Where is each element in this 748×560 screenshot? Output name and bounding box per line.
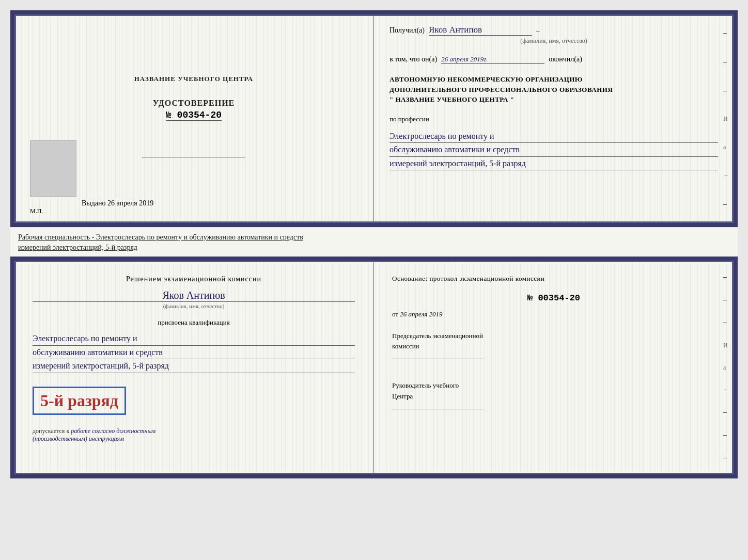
page-container: НАЗВАНИЕ УЧЕБНОГО ЦЕНТРА УДОСТОВЕРЕНИЕ №… — [10, 10, 738, 478]
allowed-italic2: (производственным) инструкциям — [33, 435, 124, 442]
issued-label: Выдано — [82, 199, 106, 207]
in-that-date: 26 апреля 2019г. — [441, 55, 544, 64]
rank-block: 5-й разряд — [33, 382, 355, 419]
profession-line2: обслуживанию автоматики и средств — [389, 143, 718, 157]
finished-label: окончил(а) — [549, 55, 582, 63]
stamp: М.П. — [30, 207, 43, 215]
head-line1: Руководитель учебного — [392, 380, 715, 391]
person-block: Яков Антипов (фамилия, имя, отчество) — [33, 290, 355, 309]
issued-date: Выдано 26 апреля 2019 — [82, 199, 153, 207]
issued-date-val: 26 апреля 2019 — [107, 199, 153, 207]
fio-label-top: (фамилия, имя, отчество) — [389, 37, 718, 45]
photo-placeholder — [30, 140, 76, 197]
date-row: от 26 апреля 2019 — [392, 310, 715, 318]
received-prefix: Получил(а) — [389, 26, 425, 35]
qualification-prefix: присвоена квалификация — [33, 318, 355, 327]
org-line3: " НАЗВАНИЕ УЧЕБНОГО ЦЕНТРА " — [389, 94, 718, 105]
bottom-right-dashes: – – – И а ← – – – — [723, 261, 729, 474]
in-that-prefix: в том, что он(а) — [389, 55, 437, 63]
received-name: Яков Антипов — [429, 25, 532, 36]
chairman-sign-line — [392, 359, 485, 359]
in-that-row: в том, что он(а) 26 апреля 2019г. окончи… — [389, 55, 718, 64]
profession-block: Электрослесарь по ремонту и обслуживанию… — [389, 130, 718, 171]
date-prefix: от — [392, 310, 398, 318]
head-line2: Центра — [392, 391, 715, 402]
allowed-block: допускается к работе согласно должностны… — [33, 427, 355, 443]
received-block: Получил(а) Яков Антипов – (фамилия, имя,… — [389, 25, 718, 45]
profession-prefix: по профессии — [389, 115, 718, 123]
between-line2: измерений электростанций, 5-й разряд — [18, 244, 137, 251]
qual-line3: измерений электростанций, 5-й разряд — [33, 359, 355, 373]
between-line1: Рабочая специальность - Электрослесарь п… — [18, 233, 303, 241]
chairman-line2: комиссии — [392, 341, 715, 352]
org-block: АВТОНОМНУЮ НЕКОММЕРЧЕСКУЮ ОРГАНИЗАЦИЮ ДО… — [389, 74, 718, 105]
center-title: НАЗВАНИЕ УЧЕБНОГО ЦЕНТРА — [134, 75, 254, 83]
cert-bottom-left: Решением экзаменационной комиссии Яков А… — [14, 261, 374, 474]
head-block: Руководитель учебного Центра — [392, 380, 715, 412]
cert-number: № 00354-20 — [166, 110, 222, 121]
person-name: Яков Антипов — [33, 290, 355, 301]
fio-label-bottom: (фамилия, имя, отчество) — [33, 301, 355, 309]
certificate-top: НАЗВАНИЕ УЧЕБНОГО ЦЕНТРА УДОСТОВЕРЕНИЕ №… — [10, 10, 738, 227]
right-dashes: – – – И а ← – — [723, 14, 729, 223]
profession-line1: Электрослесарь по ремонту и — [389, 130, 718, 143]
qual-block: Электрослесарь по ремонту и обслуживанию… — [33, 332, 355, 373]
commission-title: Решением экзаменационной комиссии — [33, 274, 355, 284]
cert-label: УДОСТОВЕРЕНИЕ — [153, 99, 235, 108]
cert-bottom-right: Основание: протокол экзаменационной коми… — [374, 261, 734, 474]
org-line2: ДОПОЛНИТЕЛЬНОГО ПРОФЕССИОНАЛЬНОГО ОБРАЗО… — [389, 85, 718, 95]
received-row: Получил(а) Яков Антипов – — [389, 25, 718, 36]
basis-label: Основание: протокол экзаменационной коми… — [392, 274, 715, 284]
cert-left-panel: НАЗВАНИЕ УЧЕБНОГО ЦЕНТРА УДОСТОВЕРЕНИЕ №… — [14, 14, 374, 223]
allowed-prefix: допускается к — [33, 427, 69, 435]
org-line1: АВТОНОМНУЮ НЕКОММЕРЧЕСКУЮ ОРГАНИЗАЦИЮ — [389, 74, 718, 85]
chairman-line1: Председатель экзаменационной — [392, 331, 715, 342]
between-label: Рабочая специальность - Электрослесарь п… — [10, 228, 738, 257]
commission-line1: Решением экзаменационной комиссии — [126, 275, 261, 283]
head-sign-line — [392, 409, 485, 409]
cert-right-panel: Получил(а) Яков Антипов – (фамилия, имя,… — [374, 14, 734, 223]
profession-line3: измерений электростанций, 5-й разряд — [389, 157, 718, 171]
protocol-num: № 00354-20 — [392, 293, 715, 303]
rank-highlight: 5-й разряд — [33, 387, 126, 415]
allowed-italic: работе согласно должностным — [71, 427, 155, 435]
chairman-block: Председатель экзаменационной комиссии — [392, 331, 715, 363]
certificate-bottom: Решением экзаменационной комиссии Яков А… — [10, 257, 738, 478]
qual-line1: Электрослесарь по ремонту и — [33, 332, 355, 346]
rank-text: 5-й разряд — [40, 391, 118, 410]
qual-line2: обслуживанию автоматики и средств — [33, 346, 355, 360]
date-val: 26 апреля 2019 — [400, 310, 442, 318]
